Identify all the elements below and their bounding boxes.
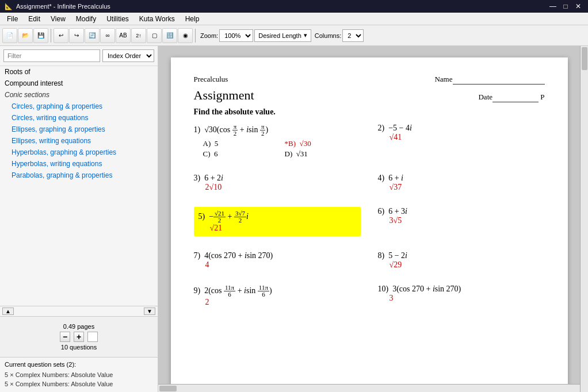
topic-conic[interactable]: Conic sections bbox=[0, 89, 158, 101]
increase-btn[interactable]: + bbox=[74, 332, 84, 342]
close-button[interactable]: ✕ bbox=[573, 1, 583, 11]
main-layout: Index Order Alphabetical Roots of Compou… bbox=[0, 46, 588, 392]
problems-area: 1) √30(cos π2 + isin π2) A) 5 *B) √30 C)… bbox=[194, 124, 545, 316]
desired-length-chevron: ▾ bbox=[304, 32, 307, 39]
scroll-area[interactable]: Precalculus Name Assignment Date P Find … bbox=[158, 46, 580, 384]
questions-value: 10 questions bbox=[61, 344, 97, 351]
btn3[interactable]: 🔄 bbox=[85, 28, 100, 43]
date-line: Date P bbox=[478, 93, 544, 102]
topic-circles-write[interactable]: Circles, writing equations bbox=[0, 112, 158, 124]
problem-5: 5) −√212 + 3√72i √21 bbox=[194, 207, 361, 236]
topic-ellipses-write[interactable]: Ellipses, writing equations bbox=[0, 135, 158, 147]
problem-7-expr: 7) 4(cos 270 + isin 270) bbox=[194, 251, 361, 260]
title-row: Assignment Date P bbox=[194, 88, 545, 107]
set-item-2[interactable]: 5 × Complex Numbers: Absolute Value bbox=[5, 379, 153, 389]
filter-input[interactable] bbox=[3, 49, 100, 62]
stat-indicator bbox=[87, 332, 98, 342]
btn5[interactable]: AB bbox=[116, 28, 131, 43]
zoom-label: Zoom: bbox=[200, 32, 218, 39]
save-button[interactable]: 💾 bbox=[33, 28, 48, 43]
set-item-1[interactable]: 5 × Complex Numbers: Absolute Value bbox=[5, 370, 153, 379]
menu-utilities[interactable]: Utilities bbox=[102, 14, 133, 24]
scroll-up-btn[interactable]: ▲ bbox=[2, 308, 14, 315]
problem-9-expr: 9) 2(cos 11π6 + isin 11π6) bbox=[194, 285, 361, 298]
desired-length-dropdown[interactable]: Desired Length ▾ bbox=[254, 29, 311, 42]
redo-button[interactable]: ↪ bbox=[69, 28, 84, 43]
problem-7-answer: 4 bbox=[205, 260, 361, 270]
questions-stat-row: − + bbox=[5, 332, 153, 342]
pages-value: 0.49 pages bbox=[63, 323, 94, 330]
undo-button[interactable]: ↩ bbox=[54, 28, 68, 43]
filter-bar: Index Order Alphabetical bbox=[0, 46, 158, 66]
problem-5-expr: 5) −√212 + 3√72i bbox=[198, 210, 356, 224]
problem-4-expr: 4) 6 + i bbox=[378, 174, 545, 183]
app-icon: 📐 bbox=[5, 3, 13, 10]
sep2 bbox=[195, 29, 196, 43]
problem-2-expr: 2) −5 − 4i bbox=[378, 124, 545, 133]
topic-compound[interactable]: Compound interest bbox=[0, 78, 158, 89]
minimize-button[interactable]: — bbox=[548, 1, 558, 11]
topic-circles-graph[interactable]: Circles, graphing & properties bbox=[0, 101, 158, 112]
left-panel: Index Order Alphabetical Roots of Compou… bbox=[0, 46, 158, 392]
problem-8-answer: √29 bbox=[390, 260, 545, 270]
problem-3: 3) 6 + 2i 2√10 bbox=[194, 174, 361, 192]
maximize-button[interactable]: □ bbox=[560, 1, 571, 11]
problem-2-answer: √41 bbox=[390, 133, 545, 142]
bottom-scrollbar[interactable] bbox=[158, 384, 580, 392]
new-button[interactable]: 📄 bbox=[2, 28, 17, 43]
menu-help[interactable]: Help bbox=[181, 14, 204, 24]
page-header: Precalculus Name bbox=[194, 75, 545, 84]
topic-parabolas-graph[interactable]: Parabolas, graphing & properties bbox=[0, 170, 158, 181]
panel-stats: 0.49 pages − + 10 questions bbox=[0, 316, 158, 357]
zoom-select[interactable]: 100% 75% 125% 150% bbox=[219, 29, 253, 42]
menu-kuta-works[interactable]: Kuta Works bbox=[135, 14, 180, 24]
problem-6-expr: 6) 6 + 3i bbox=[378, 207, 545, 216]
btn4[interactable]: ∞ bbox=[100, 28, 115, 43]
problem-10-expr: 10) 3(cos 270 + isin 270) bbox=[378, 285, 545, 294]
problem-6: 6) 6 + 3i 3√5 bbox=[378, 207, 545, 236]
problem-6-answer: 3√5 bbox=[390, 216, 545, 225]
btn8[interactable]: 🔢 bbox=[162, 28, 177, 43]
topic-hyperbolas-graph[interactable]: Hyperbolas, graphing & properties bbox=[0, 147, 158, 158]
problem-9-answer: 2 bbox=[205, 298, 361, 307]
topic-ellipses-graph[interactable]: Ellipses, graphing & properties bbox=[0, 124, 158, 135]
problem-1: 1) √30(cos π2 + isin π2) A) 5 *B) √30 C)… bbox=[194, 124, 361, 159]
problem-8: 8) 5 − 2i √29 bbox=[378, 251, 545, 270]
instruction: Find the absolute value. bbox=[194, 107, 545, 117]
questions-count-row: 10 questions bbox=[5, 344, 153, 351]
topic-list: Roots of Compound interest Conic section… bbox=[0, 66, 158, 306]
menu-modify[interactable]: Modify bbox=[71, 14, 101, 24]
filter-select[interactable]: Index Order Alphabetical bbox=[102, 49, 154, 62]
current-sets-label: Current question sets (2): bbox=[5, 361, 153, 368]
menu-bar: File Edit View Modify Utilities Kuta Wor… bbox=[0, 13, 588, 25]
topic-roots[interactable]: Roots of bbox=[0, 66, 158, 78]
scroll-down-btn[interactable]: ▼ bbox=[144, 308, 155, 315]
btn9[interactable]: ◉ bbox=[178, 28, 193, 43]
decrease-btn[interactable]: − bbox=[60, 332, 70, 342]
problem-3-answer: 2√10 bbox=[205, 183, 361, 192]
name-line: Name bbox=[434, 75, 544, 84]
toolbar: 📄 📂 💾 ↩ ↪ 🔄 ∞ AB 2↑ ▢ 🔢 ◉ Zoom: 100% 75%… bbox=[0, 25, 588, 46]
menu-edit[interactable]: Edit bbox=[24, 14, 45, 24]
problem-5-answer: √21 bbox=[210, 224, 356, 233]
problem-8-expr: 8) 5 − 2i bbox=[378, 251, 545, 260]
sep1 bbox=[51, 29, 51, 43]
right-scrollbar[interactable] bbox=[580, 46, 588, 392]
right-content[interactable]: Precalculus Name Assignment Date P Find … bbox=[158, 46, 580, 392]
page-title: Assignment bbox=[194, 88, 254, 103]
open-button[interactable]: 📂 bbox=[18, 28, 33, 43]
scroll-thumb-h[interactable] bbox=[159, 386, 177, 391]
btn6[interactable]: 2↑ bbox=[131, 28, 146, 43]
title-bar: 📐 Assignment* - Infinite Precalculus — □… bbox=[0, 0, 588, 13]
problem-4-answer: √37 bbox=[390, 183, 545, 192]
columns-select[interactable]: 2 1 3 bbox=[342, 29, 364, 42]
menu-file[interactable]: File bbox=[2, 14, 22, 24]
toolbar-file-group: 📄 📂 💾 bbox=[2, 28, 48, 43]
subject: Precalculus bbox=[194, 75, 228, 84]
menu-view[interactable]: View bbox=[46, 14, 70, 24]
topic-hyperbolas-write[interactable]: Hyperbolas, writing equations bbox=[0, 158, 158, 170]
btn7[interactable]: ▢ bbox=[147, 28, 162, 43]
problem-10-answer: 3 bbox=[390, 294, 545, 303]
problem-7: 7) 4(cos 270 + isin 270) 4 bbox=[194, 251, 361, 270]
scroll-thumb-v[interactable] bbox=[582, 47, 587, 70]
